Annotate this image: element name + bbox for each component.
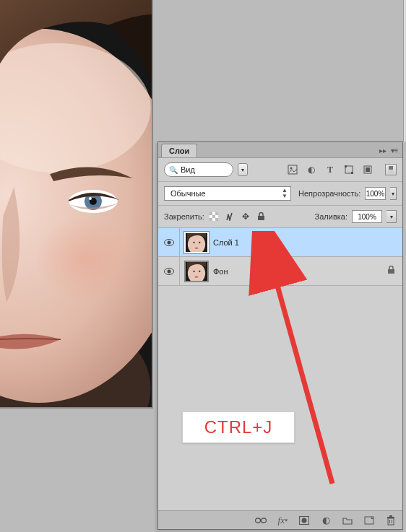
svg-point-29 [193, 241, 194, 243]
opacity-label: Непрозрачность: [298, 189, 360, 198]
new-layer-icon[interactable] [363, 515, 375, 526]
svg-rect-19 [210, 212, 212, 215]
svg-rect-21 [212, 215, 215, 218]
layer-style-icon[interactable]: fx▾ [277, 515, 288, 526]
layer-filter-kind[interactable]: 🔍 Вид [164, 162, 233, 177]
svg-point-10 [290, 167, 293, 170]
tab-layers[interactable]: Слои [161, 144, 197, 157]
svg-point-38 [194, 276, 198, 277]
layers-panel: Слои ▸▸ ▾≡ 🔍 Вид ◐ T [157, 141, 403, 530]
lock-icon [387, 266, 395, 276]
svg-point-4 [35, 216, 137, 302]
fill-value[interactable]: 100% [352, 210, 382, 223]
lock-all-icon[interactable] [256, 212, 267, 222]
svg-point-36 [193, 270, 194, 271]
lock-position-icon[interactable]: ✥ [241, 212, 251, 222]
panel-bottom-bar: fx▾ ◐ [158, 510, 402, 529]
svg-rect-20 [215, 212, 218, 215]
layer-row[interactable]: Фон [158, 257, 402, 286]
filter-shape-icon[interactable] [343, 164, 355, 175]
updown-icon: ▲▼ [282, 188, 288, 199]
annotation-text: CTRL+J [204, 417, 273, 437]
svg-rect-45 [388, 518, 394, 525]
svg-rect-9 [288, 165, 297, 174]
filter-smart-icon[interactable] [362, 164, 373, 175]
layer-name-label[interactable]: Фон [213, 267, 228, 276]
svg-rect-41 [262, 518, 267, 523]
collapse-panel-icon[interactable]: ▸▸ [378, 145, 388, 155]
filter-kind-label: Вид [181, 165, 195, 174]
blend-mode-value: Обычные [170, 189, 206, 198]
svg-point-43 [302, 518, 307, 523]
lock-label: Закрепить: [164, 212, 204, 221]
svg-rect-46 [387, 517, 394, 518]
svg-rect-24 [258, 216, 264, 220]
svg-rect-47 [389, 515, 392, 517]
eye-icon [164, 268, 174, 275]
layer-row[interactable]: Слой 1 [158, 228, 402, 257]
opacity-dropdown[interactable] [390, 187, 397, 200]
blend-opacity-row: Обычные ▲▼ Непрозрачность: 100% [158, 182, 402, 206]
filter-adjustment-icon[interactable]: ◐ [306, 164, 317, 175]
layer-thumbnail[interactable] [184, 261, 209, 282]
svg-rect-12 [345, 165, 347, 167]
lock-pixels-icon[interactable] [225, 212, 235, 222]
filter-kind-dropdown[interactable] [238, 163, 248, 176]
fill-dropdown[interactable] [386, 210, 397, 223]
svg-rect-15 [366, 167, 370, 172]
layer-visibility-toggle[interactable] [158, 228, 180, 256]
svg-point-30 [199, 241, 200, 243]
layer-mask-icon[interactable] [298, 515, 310, 526]
svg-rect-16 [389, 166, 393, 170]
search-icon: 🔍 [169, 166, 178, 174]
svg-point-31 [194, 247, 198, 248]
layers-list: Слой 1 Фон [158, 228, 402, 286]
layer-name-label[interactable]: Слой 1 [213, 238, 239, 247]
opacity-value[interactable]: 100% [365, 187, 385, 200]
layer-thumbnail[interactable] [184, 232, 209, 253]
document-canvas[interactable] [0, 0, 153, 409]
panel-menu-icon[interactable]: ▾≡ [389, 145, 399, 155]
svg-rect-40 [256, 518, 261, 523]
svg-point-26 [167, 240, 170, 244]
layer-group-icon[interactable] [342, 515, 353, 526]
fill-label: Заливка: [315, 212, 347, 221]
eye-icon [164, 239, 174, 246]
layer-filter-row: 🔍 Вид ◐ T [158, 158, 402, 182]
svg-rect-17 [389, 170, 393, 173]
layer-visibility-toggle[interactable] [158, 257, 180, 285]
filter-type-icon[interactable]: T [324, 164, 336, 175]
panel-dock-edge [403, 0, 406, 141]
link-layers-icon[interactable] [255, 515, 267, 526]
filter-pixel-icon[interactable] [287, 164, 298, 175]
svg-rect-39 [388, 269, 394, 274]
adjustment-layer-icon[interactable]: ◐ [320, 515, 332, 526]
delete-layer-icon[interactable] [385, 515, 397, 526]
blend-mode-select[interactable]: Обычные ▲▼ [164, 186, 291, 201]
lock-transparent-icon[interactable] [209, 212, 219, 222]
svg-point-8 [89, 197, 92, 200]
panel-tabbar: Слои ▸▸ ▾≡ [158, 142, 402, 158]
svg-rect-23 [215, 218, 218, 221]
svg-rect-22 [210, 218, 212, 221]
svg-rect-13 [351, 172, 353, 174]
annotation-label: CTRL+J [182, 411, 295, 443]
svg-point-33 [167, 269, 170, 273]
lock-fill-row: Закрепить: ✥ Заливка: 100% [158, 206, 402, 228]
filter-toggle-switch[interactable] [385, 164, 397, 175]
svg-point-37 [199, 270, 200, 271]
